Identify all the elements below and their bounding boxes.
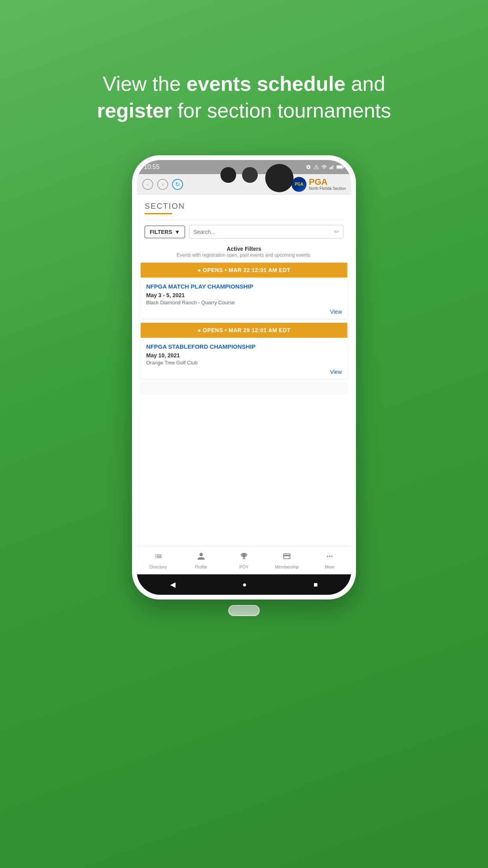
nav-item-poy[interactable]: POY — [222, 552, 265, 569]
phone-outer: 10:55 ‹ › ↻ PGA — [132, 155, 356, 600]
membership-icon — [283, 552, 291, 563]
nav-item-profile[interactable]: Profile — [180, 552, 222, 569]
forward-button[interactable]: › — [157, 179, 168, 190]
event-1-name[interactable]: NFPGA MATCH PLAY CHAMPIONSHIP — [146, 283, 342, 290]
android-home-button[interactable]: ● — [242, 581, 247, 589]
android-back-button[interactable]: ◀ — [170, 580, 176, 589]
event-card-2: ● OPENS • MAR 29 12:01 AM EDT NFPGA STAB… — [141, 323, 347, 379]
filters-label: FILTERS — [150, 229, 172, 235]
settings-icon — [306, 164, 311, 170]
alert-icon — [314, 164, 319, 170]
nav-item-more[interactable]: More — [308, 552, 351, 569]
back-button[interactable]: ‹ — [142, 179, 153, 190]
event-2-body: NFPGA STABLEFORD CHAMPIONSHIP May 10, 20… — [141, 338, 347, 379]
android-nav: ◀ ● ■ — [137, 574, 351, 595]
phone-home-button[interactable] — [228, 605, 260, 616]
status-bar: 10:55 — [137, 160, 351, 174]
bottom-nav: Directory Profile POY — [137, 546, 351, 574]
android-recent-button[interactable]: ■ — [314, 581, 318, 589]
events-list: ● OPENS • MAR 22 12:01 AM EDT NFPGA MATC… — [137, 263, 351, 546]
refresh-button[interactable]: ↻ — [172, 179, 183, 190]
status-time: 10:55 — [144, 164, 160, 171]
search-input[interactable] — [193, 229, 332, 235]
search-box[interactable]: ✏ — [189, 225, 343, 239]
event-1-body: NFPGA MATCH PLAY CHAMPIONSHIP May 3 - 5,… — [141, 278, 347, 319]
pga-title: PGA — [309, 178, 328, 186]
pga-logo-area: PGA PGA North Florida Section — [187, 177, 346, 192]
section-header: SECTION — [137, 195, 351, 220]
nav-label-membership: Membership — [275, 565, 299, 569]
poy-icon — [240, 552, 248, 563]
event-2-date: May 10, 2021 — [146, 352, 342, 359]
browser-nav-bar: ‹ › ↻ PGA PGA North Florida Section — [137, 174, 351, 195]
battery-icon — [336, 165, 344, 169]
nav-label-more: More — [325, 565, 335, 569]
active-filters-title: Active Filters — [145, 246, 343, 252]
svg-rect-6 — [337, 166, 343, 168]
filters-button[interactable]: FILTERS ▼ — [145, 226, 185, 238]
nav-item-membership[interactable]: Membership — [266, 552, 308, 569]
event-1-opens-banner: ● OPENS • MAR 22 12:01 AM EDT — [141, 263, 347, 278]
pga-subtitle: North Florida Section — [309, 186, 346, 191]
active-filters-box: Active Filters Events with registration … — [137, 243, 351, 263]
event-1-date: May 3 - 5, 2021 — [146, 292, 342, 298]
phone-home-button-area — [132, 605, 356, 616]
event-2-opens-text: ● OPENS • MAR 29 12:01 AM EDT — [198, 327, 291, 333]
pga-text-area: PGA North Florida Section — [309, 178, 346, 191]
event-2-opens-banner: ● OPENS • MAR 29 12:01 AM EDT — [141, 323, 347, 338]
svg-rect-3 — [333, 165, 334, 169]
section-title: SECTION — [145, 202, 343, 211]
headline-bold-2: register — [97, 99, 172, 122]
filter-row: FILTERS ▼ ✏ — [137, 220, 351, 243]
event-2-name[interactable]: NFPGA STABLEFORD CHAMPIONSHIP — [146, 343, 342, 350]
edit-icon: ✏ — [334, 228, 339, 235]
svg-rect-1 — [331, 167, 332, 169]
headline-bold-1: events schedule — [187, 72, 346, 95]
svg-rect-2 — [332, 166, 333, 169]
phone-frame: 10:55 ‹ › ↻ PGA — [132, 155, 356, 616]
chevron-down-icon: ▼ — [174, 229, 180, 235]
section-underline — [145, 213, 172, 214]
directory-icon — [154, 552, 163, 563]
headline-text: View the events schedule and register fo… — [66, 71, 423, 124]
nav-label-profile: Profile — [195, 565, 207, 569]
signal-icon — [329, 164, 334, 170]
nav-item-directory[interactable]: Directory — [137, 552, 180, 569]
event-2-location: Orange Tree Golf Club — [146, 360, 342, 366]
event-1-location: Black Diamond Ranch - Quarry Course — [146, 300, 342, 305]
svg-rect-0 — [330, 167, 330, 169]
event-card-partial — [141, 383, 347, 395]
svg-rect-5 — [343, 166, 344, 168]
nav-label-poy: POY — [239, 565, 248, 569]
more-icon — [325, 552, 334, 563]
profile-icon — [197, 552, 205, 563]
pga-badge: PGA — [292, 177, 306, 192]
wifi-icon — [321, 164, 327, 170]
app-content: SECTION FILTERS ▼ ✏ A — [137, 195, 351, 574]
pga-badge-text: PGA — [295, 182, 303, 186]
nav-label-directory: Directory — [150, 565, 167, 569]
headline-area: View the events schedule and register fo… — [34, 35, 454, 124]
active-filters-desc: Events with registration open, past even… — [145, 252, 343, 259]
status-icons — [306, 164, 344, 170]
event-1-view-link[interactable]: View — [146, 309, 342, 315]
event-1-opens-text: ● OPENS • MAR 22 12:01 AM EDT — [198, 267, 291, 273]
event-2-view-link[interactable]: View — [146, 369, 342, 375]
event-card-1: ● OPENS • MAR 22 12:01 AM EDT NFPGA MATC… — [141, 263, 347, 319]
phone-screen: 10:55 ‹ › ↻ PGA — [137, 160, 351, 595]
